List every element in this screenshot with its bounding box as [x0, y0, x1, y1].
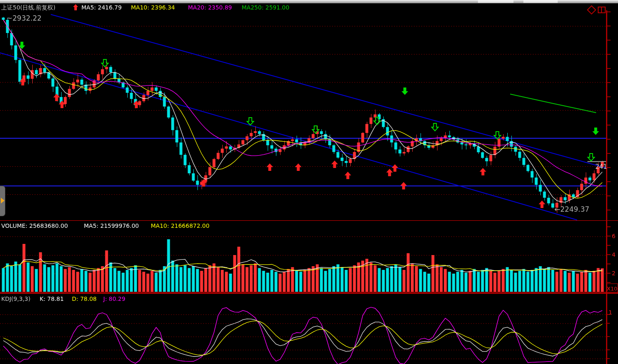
- chart-canvas[interactable]: [0, 0, 618, 364]
- buy-signal-arrow: [19, 78, 26, 86]
- sell-signal-hollow-arrow: [373, 116, 380, 125]
- sell-signal-arrow: [592, 127, 599, 135]
- stock-chart-window: 上证50(日线.前复权) MA5: 2416.79 MA10: 2396.34 …: [0, 0, 618, 364]
- last-price-label: 241: [595, 163, 607, 170]
- split-window-icon[interactable]: [598, 7, 606, 13]
- sell-signal-arrow: [18, 41, 26, 50]
- buy-signal-arrow: [331, 160, 338, 168]
- volume-readout: VOLUME: 25683680.00: [1, 222, 68, 229]
- sell-signal-hollow-arrow: [311, 125, 319, 133]
- volume-unit-label: X10: [607, 286, 617, 292]
- ma250-readout: MA250: 2591.00: [242, 4, 289, 11]
- up-arrow-icon: [73, 4, 78, 11]
- kdj-axis-label: 1: [608, 309, 612, 316]
- kdj-d-readout: D: 78.08: [72, 295, 97, 302]
- buy-signal-arrow: [344, 171, 352, 180]
- buy-signal-arrow: [200, 179, 207, 187]
- buy-signal-arrow: [295, 163, 302, 171]
- volume-axis-label: 4: [612, 251, 616, 258]
- sell-signal-hollow-arrow: [431, 123, 438, 131]
- expand-arrow-icon: [1, 198, 5, 203]
- period-high-label: ~2932.22: [7, 15, 42, 21]
- volume-axis-label: 6: [612, 233, 616, 239]
- ma20-readout: MA20: 2350.89: [188, 4, 232, 11]
- sell-signal-hollow-arrow: [246, 117, 254, 125]
- volume-axis-label: 2: [612, 270, 616, 277]
- volume-unit-badge: X10: [606, 284, 618, 294]
- buy-signal-arrow: [400, 182, 407, 190]
- buy-signal-arrow: [266, 163, 273, 171]
- period-low-label: ←2249.37: [554, 206, 589, 213]
- volume-ma5-readout: MA5: 21599976.00: [84, 222, 139, 229]
- ma5-readout: MA5: 2416.79: [81, 4, 122, 11]
- buy-signal-arrow: [133, 100, 140, 109]
- sidebar-slide-handle[interactable]: [0, 186, 5, 216]
- kdj-title[interactable]: KDJ(9,3,3): [1, 295, 31, 302]
- symbol-title[interactable]: 上证50(日线.前复权): [1, 4, 55, 11]
- buy-signal-arrow: [391, 164, 399, 172]
- sell-signal-hollow-arrow: [493, 131, 501, 139]
- kdj-j-readout: J: 80.29: [103, 295, 125, 302]
- sell-signal-hollow-arrow: [101, 59, 108, 67]
- ma10-readout: MA10: 2396.34: [131, 4, 175, 11]
- buy-signal-arrow: [538, 200, 546, 208]
- buy-signal-arrow: [58, 100, 66, 109]
- sell-signal-hollow-arrow: [587, 153, 594, 161]
- volume-ma10-readout: MA10: 21666872.00: [151, 222, 209, 229]
- sell-signal-arrow: [401, 87, 409, 95]
- buy-signal-arrow: [479, 168, 487, 176]
- kdj-k-readout: K: 78.81: [40, 295, 64, 302]
